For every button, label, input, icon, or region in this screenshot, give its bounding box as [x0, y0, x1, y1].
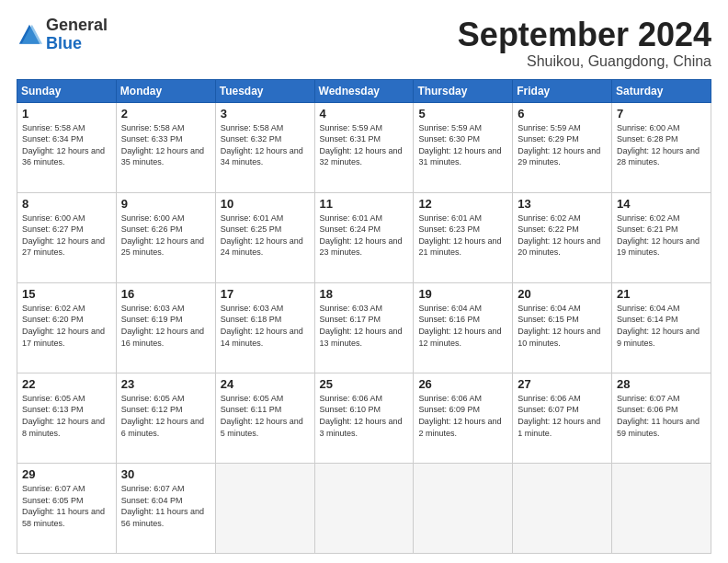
cell-text: Sunrise: 6:00 AMSunset: 6:26 PMDaylight:… — [121, 213, 204, 258]
table-row: 22Sunrise: 6:05 AMSunset: 6:13 PMDayligh… — [17, 373, 117, 463]
cell-text: Sunrise: 6:05 AMSunset: 6:12 PMDaylight:… — [121, 394, 204, 438]
day-number: 2 — [121, 107, 210, 121]
logo-text: General Blue — [46, 17, 108, 53]
day-number: 13 — [518, 197, 607, 211]
table-row — [414, 463, 513, 553]
cell-text: Sunrise: 6:01 AMSunset: 6:23 PMDaylight:… — [418, 213, 501, 258]
cell-text: Sunrise: 6:04 AMSunset: 6:14 PMDaylight:… — [617, 304, 700, 348]
logo-general: General — [46, 17, 108, 35]
table-row: 30Sunrise: 6:07 AMSunset: 6:04 PMDayligh… — [116, 463, 215, 553]
table-row: 10Sunrise: 6:01 AMSunset: 6:25 PMDayligh… — [215, 192, 314, 282]
cell-text: Sunrise: 6:05 AMSunset: 6:11 PMDaylight:… — [221, 394, 303, 438]
table-row: 26Sunrise: 6:06 AMSunset: 6:09 PMDayligh… — [414, 373, 513, 463]
day-headers: Sunday Monday Tuesday Wednesday Thursday… — [17, 79, 711, 102]
cell-text: Sunrise: 5:59 AMSunset: 6:31 PMDaylight:… — [320, 123, 403, 167]
table-row: 8Sunrise: 6:00 AMSunset: 6:27 PMDaylight… — [17, 192, 117, 282]
day-number: 9 — [121, 197, 210, 211]
cell-text: Sunrise: 6:07 AMSunset: 6:05 PMDaylight:… — [22, 484, 105, 528]
day-number: 17 — [221, 287, 310, 301]
day-number: 28 — [617, 377, 706, 391]
cell-text: Sunrise: 6:03 AMSunset: 6:19 PMDaylight:… — [121, 304, 204, 348]
cell-text: Sunrise: 5:58 AMSunset: 6:33 PMDaylight:… — [121, 123, 204, 167]
day-number: 27 — [518, 377, 607, 391]
day-number: 16 — [121, 287, 210, 301]
table-row: 29Sunrise: 6:07 AMSunset: 6:05 PMDayligh… — [17, 463, 117, 553]
table-row: 16Sunrise: 6:03 AMSunset: 6:19 PMDayligh… — [116, 282, 215, 373]
cell-text: Sunrise: 6:07 AMSunset: 6:04 PMDaylight:… — [121, 484, 204, 528]
day-number: 23 — [121, 377, 210, 391]
day-number: 4 — [320, 107, 409, 121]
cell-text: Sunrise: 6:05 AMSunset: 6:13 PMDaylight:… — [22, 394, 105, 438]
table-row: 1Sunrise: 5:58 AMSunset: 6:34 PMDaylight… — [17, 102, 117, 192]
table-row: 5Sunrise: 5:59 AMSunset: 6:30 PMDaylight… — [414, 102, 513, 192]
day-number: 21 — [617, 287, 706, 301]
table-row: 25Sunrise: 6:06 AMSunset: 6:10 PMDayligh… — [314, 373, 414, 463]
day-number: 5 — [418, 107, 507, 121]
cell-text: Sunrise: 5:59 AMSunset: 6:30 PMDaylight:… — [418, 123, 501, 167]
calendar-week-3: 22Sunrise: 6:05 AMSunset: 6:13 PMDayligh… — [17, 373, 711, 463]
table-row: 20Sunrise: 6:04 AMSunset: 6:15 PMDayligh… — [513, 282, 612, 373]
table-row: 28Sunrise: 6:07 AMSunset: 6:06 PMDayligh… — [612, 373, 711, 463]
cell-text: Sunrise: 6:02 AMSunset: 6:20 PMDaylight:… — [22, 304, 105, 348]
cell-text: Sunrise: 6:00 AMSunset: 6:28 PMDaylight:… — [617, 123, 700, 167]
cell-text: Sunrise: 6:02 AMSunset: 6:21 PMDaylight:… — [617, 213, 700, 258]
table-row: 27Sunrise: 6:06 AMSunset: 6:07 PMDayligh… — [513, 373, 612, 463]
day-number: 25 — [320, 377, 409, 391]
cell-text: Sunrise: 6:03 AMSunset: 6:17 PMDaylight:… — [320, 304, 403, 348]
cell-text: Sunrise: 6:01 AMSunset: 6:24 PMDaylight:… — [320, 213, 403, 258]
col-monday: Monday — [116, 79, 215, 102]
table-row: 19Sunrise: 6:04 AMSunset: 6:16 PMDayligh… — [414, 282, 513, 373]
day-number: 8 — [22, 197, 111, 211]
col-tuesday: Tuesday — [215, 79, 314, 102]
table-row: 2Sunrise: 5:58 AMSunset: 6:33 PMDaylight… — [116, 102, 215, 192]
month-title: September 2024 — [458, 17, 711, 53]
day-number: 6 — [518, 107, 607, 121]
table-row: 18Sunrise: 6:03 AMSunset: 6:17 PMDayligh… — [314, 282, 414, 373]
table-row: 21Sunrise: 6:04 AMSunset: 6:14 PMDayligh… — [612, 282, 711, 373]
cell-text: Sunrise: 6:00 AMSunset: 6:27 PMDaylight:… — [22, 213, 105, 258]
table-row — [314, 463, 414, 553]
table-row: 4Sunrise: 5:59 AMSunset: 6:31 PMDaylight… — [314, 102, 414, 192]
logo: General Blue — [17, 17, 108, 53]
table-row: 15Sunrise: 6:02 AMSunset: 6:20 PMDayligh… — [17, 282, 117, 373]
title-block: September 2024 Shuikou, Guangdong, China — [458, 17, 711, 70]
table-row: 17Sunrise: 6:03 AMSunset: 6:18 PMDayligh… — [215, 282, 314, 373]
table-row: 3Sunrise: 5:58 AMSunset: 6:32 PMDaylight… — [215, 102, 314, 192]
table-row — [612, 463, 711, 553]
calendar-week-2: 15Sunrise: 6:02 AMSunset: 6:20 PMDayligh… — [17, 282, 711, 373]
table-row: 14Sunrise: 6:02 AMSunset: 6:21 PMDayligh… — [612, 192, 711, 282]
cell-text: Sunrise: 6:02 AMSunset: 6:22 PMDaylight:… — [518, 213, 600, 258]
cell-text: Sunrise: 6:04 AMSunset: 6:16 PMDaylight:… — [418, 304, 501, 348]
day-number: 20 — [518, 287, 607, 301]
day-number: 29 — [22, 467, 111, 481]
cell-text: Sunrise: 6:06 AMSunset: 6:10 PMDaylight:… — [320, 394, 403, 438]
header: General Blue September 2024 Shuikou, Gua… — [17, 17, 711, 70]
calendar-week-4: 29Sunrise: 6:07 AMSunset: 6:05 PMDayligh… — [17, 463, 711, 553]
day-number: 10 — [221, 197, 310, 211]
table-row: 6Sunrise: 5:59 AMSunset: 6:29 PMDaylight… — [513, 102, 612, 192]
table-row: 23Sunrise: 6:05 AMSunset: 6:12 PMDayligh… — [116, 373, 215, 463]
page: General Blue September 2024 Shuikou, Gua… — [0, 0, 728, 563]
cell-text: Sunrise: 6:06 AMSunset: 6:07 PMDaylight:… — [518, 394, 600, 438]
cell-text: Sunrise: 5:58 AMSunset: 6:34 PMDaylight:… — [22, 123, 105, 167]
day-number: 26 — [418, 377, 507, 391]
col-sunday: Sunday — [17, 79, 117, 102]
subtitle: Shuikou, Guangdong, China — [458, 53, 711, 70]
day-number: 22 — [22, 377, 111, 391]
day-number: 30 — [121, 467, 210, 481]
calendar-week-1: 8Sunrise: 6:00 AMSunset: 6:27 PMDaylight… — [17, 192, 711, 282]
cell-text: Sunrise: 5:58 AMSunset: 6:32 PMDaylight:… — [221, 123, 303, 167]
logo-blue: Blue — [46, 35, 108, 53]
calendar-table: Sunday Monday Tuesday Wednesday Thursday… — [17, 79, 711, 554]
day-number: 12 — [418, 197, 507, 211]
table-row: 13Sunrise: 6:02 AMSunset: 6:22 PMDayligh… — [513, 192, 612, 282]
logo-icon — [17, 22, 42, 48]
day-number: 19 — [418, 287, 507, 301]
calendar-week-0: 1Sunrise: 5:58 AMSunset: 6:34 PMDaylight… — [17, 102, 711, 192]
table-row — [513, 463, 612, 553]
table-row: 12Sunrise: 6:01 AMSunset: 6:23 PMDayligh… — [414, 192, 513, 282]
col-saturday: Saturday — [612, 79, 711, 102]
col-wednesday: Wednesday — [314, 79, 414, 102]
day-number: 15 — [22, 287, 111, 301]
table-row: 7Sunrise: 6:00 AMSunset: 6:28 PMDaylight… — [612, 102, 711, 192]
